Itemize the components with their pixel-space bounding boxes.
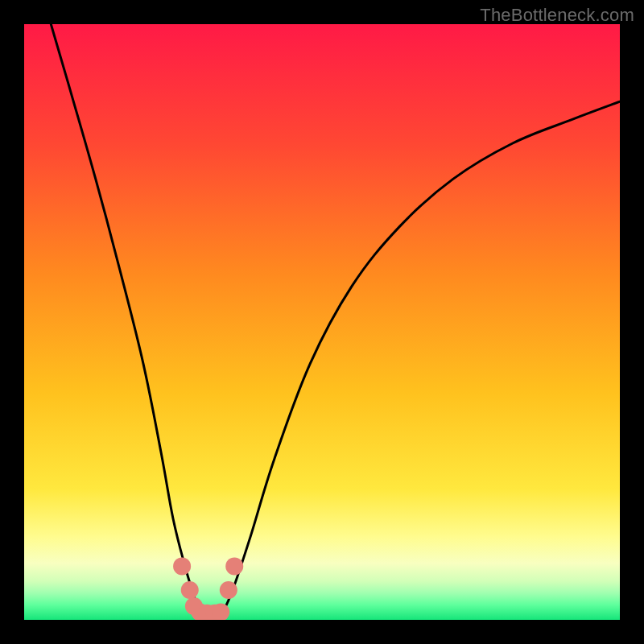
marker-group — [173, 557, 243, 620]
curves-layer — [24, 24, 620, 620]
chart-frame: TheBottleneck.com — [0, 0, 644, 644]
data-marker — [225, 557, 243, 575]
plot-area — [24, 24, 620, 620]
curve-right-branch — [221, 101, 620, 617]
data-marker — [173, 557, 191, 575]
data-marker — [220, 581, 237, 599]
watermark-text: TheBottleneck.com — [480, 5, 634, 26]
curve-left-branch — [51, 24, 200, 617]
data-marker — [181, 581, 199, 599]
